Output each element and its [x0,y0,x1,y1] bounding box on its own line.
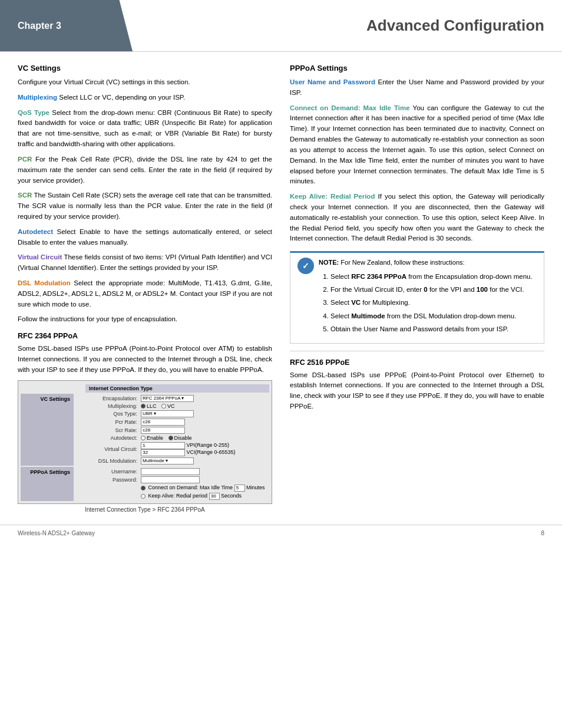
pppoa-heading: PPPoA Settings [290,64,544,73]
note-icon: ✓ [297,258,314,274]
multiplexing-para: Multiplexing Select LLC or VC, depending… [18,93,272,103]
autodetect-term: Autodetect [18,228,53,235]
dsl-modulation-para: DSL Modulation Select the appropriate mo… [18,278,272,309]
ss-pcr-row: Pcr Rate: c28 [76,419,269,426]
ss-username-row: Username: [76,468,269,475]
multiplexing-text: Select LLC or VC, depending on your ISP. [57,94,185,101]
pcr-term: PCR [18,156,32,163]
note-content: NOTE: For New Zealand, follow these inst… [319,258,533,338]
rfc2516-text: Some DSL-based ISPs use PPPoE (Point-to-… [290,370,544,412]
vc-settings-intro: Configure your Virtual Circuit (VC) sett… [18,77,272,88]
ss-autodetect-row: Autodetect: Enable Disable [76,435,269,441]
scr-para: SCR The Sustain Cell Rate (SCR) sets the… [18,190,272,222]
ss-encapsulation-row: Encapsulation: RFC 2364 PPPoA ▾ [76,395,269,402]
rfc2364-intro: Some DSL-based ISPs use PPPoA (Point-to-… [18,344,272,375]
connect-demand-term: Connect on Demand: Max Idle Time [290,104,410,111]
connect-demand-text: You can configure the Gateway to cut the… [290,104,544,185]
keep-alive-text: If you select this option, the Gateway w… [290,193,544,242]
autodetect-para: Autodetect Select Enable to have the set… [18,227,272,248]
note-text: For New Zealand, follow these instructio… [339,259,464,266]
scr-term: SCR [18,192,32,199]
chapter-label: Chapter 3 [0,0,133,51]
screenshot-caption: Internet Connection Type > RFC 2364 PPPo… [18,506,272,513]
main-content: VC Settings Configure your Virtual Circu… [0,52,562,525]
dsl-modulation-term: DSL Modulation [18,279,71,286]
pcr-para: PCR For the Peak Cell Rate (PCR), divide… [18,154,272,186]
list-item: Select RFC 2364 PPPoA from the Encapsula… [330,271,533,282]
user-name-para: User Name and Password Enter the User Na… [290,77,544,98]
page-header: Chapter 3 Advanced Configuration [0,0,562,52]
list-item: Select Multimode from the DSL Modulation… [330,311,533,321]
note-label: NOTE: [319,259,339,266]
chapter-text: Chapter 3 [18,21,61,31]
ss-qos-row: Qos Type: UBR ▾ [76,410,269,417]
rfc2516-heading: RFC 2516 PPPoE [290,358,544,367]
ss-keepalive-row: Keep Alive: Redial period 30 Seconds [76,493,269,500]
ss-connect-demand-row: Connect on Demand: Max Idle Time 5 Minut… [76,485,269,492]
qos-term: QoS Type [18,109,49,116]
vc-settings-heading: VC Settings [18,64,272,73]
virtual-circuit-para: Virtual Circuit These fields consist of … [18,252,272,274]
ss-virtualcircuit-row: Virtual Circuit: 1 VPI(Range 0-255) 32 V… [76,442,269,456]
right-column: PPPoA Settings User Name and Password En… [290,64,544,513]
page-title: Advanced Configuration [133,0,562,51]
screenshot-header-row: Internet Connection Type [21,384,269,393]
virtual-circuit-term: Virtual Circuit [18,253,62,261]
left-column: VC Settings Configure your Virtual Circu… [18,64,272,513]
user-name-term: User Name and Password [290,78,375,85]
divider [290,351,544,351]
vc-settings-section-label: VC Settings [21,394,74,466]
qos-para: QoS Type Select from the drop-down menu:… [18,108,272,150]
pcr-text: For the Peak Cell Rate (PCR), divide the… [18,156,272,184]
multiplexing-term: Multiplexing [18,94,57,101]
autodetect-text: Select Enable to have the settings autom… [18,228,272,246]
ss-multiplexing-row: Multiplexing: LLC VC [76,403,269,409]
ss-dslmod-row: DSL Modulation: Multimode ▾ [76,457,269,465]
connect-demand-para: Connect on Demand: Max Idle Time You can… [290,103,544,187]
keep-alive-para: Keep Alive: Redial Period If you select … [290,192,544,244]
note-box: ✓ NOTE: For New Zealand, follow these in… [290,251,544,343]
list-item: For the Virtual Circuit ID, enter 0 for … [330,284,533,295]
scr-text: The Sustain Cell Rate (SCR) sets the ave… [18,192,272,220]
ss-password-row: Password: [76,476,269,483]
title-text: Advanced Configuration [366,17,544,35]
follow-instructions: Follow the instructions for your type of… [18,314,272,325]
list-item: Select VC for Multiplexing. [330,297,533,308]
footer-left: Wireless-N ADSL2+ Gateway [18,530,95,536]
ss-scr-row: Scr Rate: c28 [76,427,269,434]
screenshot-area: Internet Connection Type VC Settings Enc… [18,380,272,504]
qos-text: Select from the drop-down menu: CBR (Con… [18,109,272,147]
note-numbered-list: Select RFC 2364 PPPoA from the Encapsula… [330,271,533,335]
page-footer: Wireless-N ADSL2+ Gateway 8 [0,525,562,541]
list-item: Obtain the User Name and Password detail… [330,324,533,334]
pppoa-settings-section-label: PPPoA Settings [21,467,74,501]
footer-right: 8 [541,530,544,536]
rfc2364-heading: RFC 2364 PPPoA [18,332,272,340]
keep-alive-term: Keep Alive: Redial Period [290,193,375,200]
